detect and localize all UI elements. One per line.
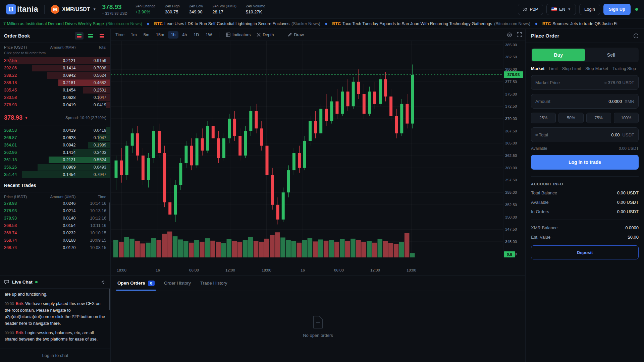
tab-trade-history[interactable]: Trade History: [200, 276, 227, 291]
order-book-last-price-row[interactable]: 378.93 ▼ Spread: 10.40 (2.740%): [0, 110, 110, 125]
order-book-asks-view-icon[interactable]: [98, 32, 106, 40]
news-item[interactable]: BTCSources: Jets to trade QB Justin Fi: [542, 21, 618, 26]
x-axis-tick: 16: [156, 268, 160, 272]
candle: [282, 192, 285, 220]
price-cell: 351.44: [4, 172, 42, 177]
scrollbar[interactable]: [109, 289, 110, 310]
news-ticker: 7 Million as Institutional Demand Drives…: [0, 19, 644, 29]
buy-tab[interactable]: Buy: [532, 49, 585, 61]
news-item[interactable]: BTCTaco Tech Tuesday Expands to San Juan…: [332, 21, 530, 26]
snapshot-icon[interactable]: [507, 32, 512, 38]
bid-row[interactable]: 361.180.21210.5524: [0, 156, 110, 164]
bid-row[interactable]: 368.530.04190.0419: [0, 127, 110, 134]
chat-message: 00:03ErikWe have simply placed this new …: [5, 301, 106, 327]
ask-row[interactable]: 378.930.04190.0419: [0, 101, 110, 109]
market-price-field[interactable]: Market Price ≈ 378.93 USDT: [531, 75, 639, 90]
candle: [319, 109, 322, 133]
interval-1h[interactable]: 1h: [168, 31, 178, 39]
p2p-button[interactable]: P2P: [518, 4, 543, 15]
login-to-trade-button[interactable]: Log in to trade: [531, 155, 639, 170]
brand-logo-icon: Ƀ: [6, 4, 16, 14]
order-type-trailing-stop[interactable]: Trailing Stop: [612, 66, 636, 71]
tab-order-history[interactable]: Order History: [164, 276, 191, 291]
price-cell: 385.45: [4, 88, 42, 93]
percent-25[interactable]: 25%: [531, 113, 556, 123]
volume-bar: [146, 243, 151, 257]
price-cell: 364.81: [4, 143, 42, 147]
ask-row[interactable]: 388.220.09420.5624: [0, 72, 110, 79]
bid-row[interactable]: 366.870.06280.1047: [0, 134, 110, 141]
interval-5m[interactable]: 5m: [141, 31, 152, 39]
sell-tab[interactable]: Sell: [585, 49, 638, 61]
stat-label: 24h Volume: [246, 4, 265, 8]
candle: [125, 146, 128, 175]
diamond-icon: ◆: [325, 22, 328, 25]
ask-row[interactable]: 397.550.21210.9159: [0, 57, 110, 64]
ask-row[interactable]: 385.450.14540.2501: [0, 86, 110, 94]
volume-bar: [367, 241, 372, 257]
stat-label: 24h Low: [189, 4, 203, 8]
order-type-stop-limit[interactable]: Stop-Limit: [562, 66, 581, 71]
volume-bar: [324, 241, 329, 257]
arrow-down-icon: ▼: [24, 116, 28, 120]
ask-row[interactable]: 388.180.21810.4682: [0, 79, 110, 86]
total-field[interactable]: ≈ Total 0.00 USDT: [531, 127, 639, 142]
candle: [120, 161, 123, 175]
bid-row[interactable]: 362.960.14140.3403: [0, 149, 110, 156]
signup-button[interactable]: Sign Up: [603, 4, 631, 15]
speaker-icon[interactable]: [101, 280, 106, 285]
scrollbar[interactable]: [109, 202, 110, 221]
percent-75[interactable]: 75%: [586, 113, 611, 123]
candlestick-chart[interactable]: 385.00382.50380.00377.50375.00372.50370.…: [111, 41, 525, 267]
percent-100[interactable]: 100%: [614, 113, 639, 123]
amount-cell: 0.0419: [42, 128, 76, 133]
order-book-last-price: 378.93: [4, 114, 22, 121]
brand-logo[interactable]: Ƀ itania: [6, 4, 38, 14]
spread-label: Spread: 10.40 (2.740%): [65, 116, 106, 120]
bid-row[interactable]: 351.440.14540.7947: [0, 171, 110, 178]
interval-1m[interactable]: 1m: [128, 31, 140, 39]
candle: [260, 128, 263, 145]
fullscreen-icon[interactable]: [517, 32, 522, 37]
order-type-limit[interactable]: Limit: [549, 66, 557, 71]
login-button[interactable]: Login: [579, 4, 600, 15]
time-cell: 10:14:16: [76, 201, 107, 206]
total-cell: 0.0419: [76, 128, 107, 133]
candle: [228, 119, 231, 138]
interval-1D[interactable]: 1D: [191, 31, 202, 39]
trade-row: 368.740.016810:09:15: [0, 237, 110, 244]
depth-icon: [257, 33, 261, 37]
order-type-stop-market[interactable]: Stop-Market: [585, 66, 608, 71]
order-book-both-view-icon[interactable]: [75, 32, 84, 40]
percent-50[interactable]: 50%: [558, 113, 583, 123]
language-selector[interactable]: EN ▼: [546, 4, 576, 15]
volume-bar: [297, 243, 302, 257]
market-stats: 24h Change+3.90%24h High380.7524h Low349…: [136, 4, 265, 14]
amount-field[interactable]: Amount 0.0000 XMR: [531, 94, 639, 109]
indicators-button[interactable]: Indicators: [223, 31, 253, 39]
tab-open-orders[interactable]: Open Orders0: [117, 276, 155, 291]
volume-bar: [254, 241, 259, 257]
order-type-market[interactable]: Market: [531, 66, 544, 71]
news-item[interactable]: 7 Million as Institutional Demand Drives…: [3, 21, 142, 26]
chart-x-axis: 18:001606:0012:0018:001606:0012:0018:00: [111, 268, 525, 275]
ask-row[interactable]: 392.860.14140.7038: [0, 64, 110, 72]
bid-row[interactable]: 356.260.09690.6493: [0, 164, 110, 171]
us-flag-icon: [551, 7, 557, 11]
login-to-chat-button[interactable]: Log in to chat: [0, 349, 110, 362]
volume-bar: [167, 232, 172, 257]
order-book-bids-view-icon[interactable]: [86, 32, 95, 40]
deposit-button[interactable]: Deposit: [531, 245, 639, 259]
candle: [115, 161, 118, 178]
news-item[interactable]: BTCLexe Uses LDK to Run Self-Custodial L…: [154, 21, 320, 26]
depth-button[interactable]: Depth: [254, 31, 276, 39]
ask-row[interactable]: 383.580.06280.1047: [0, 94, 110, 101]
stat-value: 28.17: [212, 9, 236, 14]
info-icon[interactable]: [633, 33, 639, 39]
interval-4h[interactable]: 4h: [179, 31, 190, 39]
pair-selector[interactable]: M XMR/USDT ▼: [51, 5, 96, 14]
bid-row[interactable]: 364.810.09420.1989: [0, 141, 110, 149]
interval-1W[interactable]: 1W: [203, 31, 215, 39]
draw-button[interactable]: Draw: [285, 31, 307, 39]
interval-15m[interactable]: 15m: [153, 31, 167, 39]
